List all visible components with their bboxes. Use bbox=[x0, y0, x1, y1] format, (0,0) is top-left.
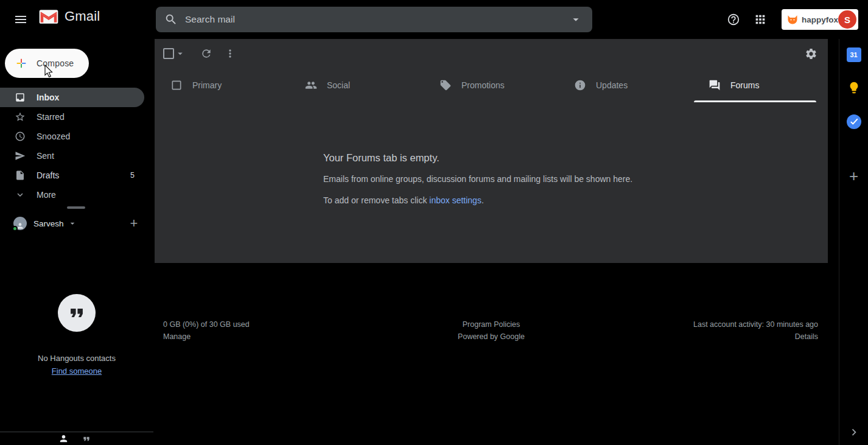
empty-state-settings-line: To add or remove tabs click inbox settin… bbox=[323, 195, 828, 205]
tab-label: Promotions bbox=[461, 80, 505, 90]
account-avatar[interactable]: S bbox=[838, 10, 856, 29]
sidebar-item-more[interactable]: More bbox=[0, 185, 144, 205]
gmail-window: Gmail happyfox bbox=[0, 0, 868, 445]
last-activity-text: Last account activity: 30 minutes ago bbox=[693, 318, 818, 331]
gmail-envelope-icon bbox=[39, 9, 58, 24]
tasks-icon[interactable] bbox=[847, 114, 861, 129]
primary-tab-icon bbox=[170, 79, 183, 91]
hangouts-empty-text: No Hangouts contacts bbox=[0, 354, 153, 363]
profile-chevron-icon[interactable] bbox=[68, 219, 77, 228]
main-content: Primary Social Promotions bbox=[153, 39, 839, 445]
help-icon bbox=[727, 13, 740, 26]
sidebar-item-starred[interactable]: Starred bbox=[0, 107, 144, 127]
inbox-icon bbox=[14, 91, 26, 103]
inbox-tabs: Primary Social Promotions bbox=[155, 68, 828, 102]
plus-icon: + bbox=[130, 215, 138, 231]
settings-button[interactable] bbox=[799, 41, 823, 66]
calendar-icon[interactable]: 31 bbox=[847, 47, 861, 62]
sidebar-item-label: Sent bbox=[37, 151, 54, 161]
forums-empty-state: Your Forums tab is empty. Emails from on… bbox=[155, 102, 828, 205]
activity-details-link[interactable]: Details bbox=[795, 331, 818, 343]
sidebar-item-snoozed[interactable]: Snoozed bbox=[0, 127, 144, 146]
apps-grid-icon bbox=[754, 13, 767, 26]
refresh-icon bbox=[200, 47, 212, 60]
sidebar-item-label: More bbox=[37, 190, 56, 200]
help-button[interactable] bbox=[719, 5, 748, 34]
tab-label: Primary bbox=[192, 80, 222, 90]
clock-icon bbox=[14, 130, 26, 142]
settings-line-suffix: . bbox=[481, 195, 484, 205]
list-toolbar bbox=[155, 39, 828, 68]
hangouts-avatar[interactable] bbox=[13, 217, 27, 230]
hamburger-icon bbox=[13, 12, 28, 27]
google-apps-button[interactable] bbox=[746, 5, 775, 34]
tab-label: Forums bbox=[730, 80, 759, 90]
header-bar: Gmail happyfox bbox=[0, 0, 868, 39]
tab-label: Social bbox=[327, 80, 350, 90]
new-conversation-button[interactable]: + bbox=[125, 215, 142, 232]
sidebar-item-label: Inbox bbox=[37, 93, 59, 102]
hangouts-quote-icon bbox=[58, 294, 96, 332]
sidebar-resize-handle[interactable] bbox=[67, 206, 85, 209]
search-options-chevron-icon[interactable] bbox=[569, 13, 583, 26]
info-icon bbox=[574, 79, 586, 91]
sidebar-nav: Inbox Starred Snoozed Sent bbox=[0, 88, 153, 205]
inbox-list-panel: Primary Social Promotions bbox=[155, 39, 828, 263]
tab-social[interactable]: Social bbox=[289, 68, 424, 102]
sidebar-item-drafts[interactable]: Drafts 5 bbox=[0, 166, 144, 185]
expand-panel-chevron-icon[interactable] bbox=[847, 426, 861, 439]
right-side-panel: 31 + bbox=[839, 39, 868, 445]
sidebar-item-label: Snoozed bbox=[37, 131, 70, 141]
hangouts-profile-row: Sarvesh + bbox=[0, 213, 153, 234]
empty-state-description: Emails from online groups, discussion fo… bbox=[323, 174, 828, 184]
compose-label: Compose bbox=[37, 58, 74, 68]
drafts-count-badge: 5 bbox=[130, 171, 144, 180]
sidebar-item-sent[interactable]: Sent bbox=[0, 146, 144, 166]
star-icon bbox=[14, 111, 26, 123]
settings-line-prefix: To add or remove tabs click bbox=[323, 195, 429, 205]
presence-indicator bbox=[12, 226, 18, 231]
app-title: Gmail bbox=[65, 9, 100, 24]
search-bar[interactable] bbox=[156, 7, 592, 32]
gear-icon bbox=[805, 47, 817, 60]
draft-icon bbox=[14, 169, 26, 181]
plus-icon: + bbox=[849, 167, 858, 185]
send-icon bbox=[14, 150, 26, 162]
more-vert-icon bbox=[224, 47, 236, 60]
tab-label: Updates bbox=[596, 80, 628, 90]
sidebar-item-label: Drafts bbox=[37, 170, 59, 180]
left-sidebar: Compose Inbox Starred Snoozed bbox=[0, 39, 153, 445]
more-options-button[interactable] bbox=[218, 41, 242, 66]
keep-icon[interactable] bbox=[847, 81, 861, 94]
forum-icon bbox=[709, 79, 721, 91]
tag-icon bbox=[439, 79, 452, 91]
select-checkbox[interactable] bbox=[163, 48, 174, 59]
contacts-person-icon[interactable] bbox=[58, 433, 69, 444]
sidebar-item-inbox[interactable]: Inbox bbox=[0, 88, 144, 107]
search-input[interactable] bbox=[185, 14, 569, 25]
find-someone-link[interactable]: Find someone bbox=[52, 366, 102, 376]
tab-primary[interactable]: Primary bbox=[155, 68, 289, 102]
compose-plus-icon bbox=[15, 57, 28, 70]
select-chevron-icon[interactable] bbox=[175, 48, 186, 59]
empty-state-title: Your Forums tab is empty. bbox=[323, 152, 828, 164]
tab-forums[interactable]: Forums bbox=[693, 68, 827, 102]
hangouts-conversations-icon[interactable] bbox=[82, 434, 91, 444]
calendar-date-label: 31 bbox=[850, 51, 857, 58]
select-all-control[interactable] bbox=[163, 45, 186, 62]
happyfox-label: happyfox bbox=[802, 15, 838, 24]
tab-updates[interactable]: Updates bbox=[558, 68, 693, 102]
gmail-logo[interactable]: Gmail bbox=[39, 9, 100, 24]
hangouts-profile-name[interactable]: Sarvesh bbox=[33, 219, 64, 228]
tab-promotions[interactable]: Promotions bbox=[424, 68, 558, 102]
search-icon[interactable] bbox=[164, 13, 178, 26]
compose-button[interactable]: Compose bbox=[5, 49, 89, 78]
inbox-settings-link[interactable]: inbox settings bbox=[429, 195, 481, 205]
sidebar-bottom-bar bbox=[0, 432, 153, 445]
add-addon-button[interactable]: + bbox=[849, 168, 858, 184]
sidebar-item-label: Starred bbox=[37, 112, 65, 122]
program-policies-link[interactable]: Program Policies bbox=[463, 318, 520, 331]
account-activity-info: Last account activity: 30 minutes ago De… bbox=[693, 318, 818, 343]
hamburger-menu-button[interactable] bbox=[6, 5, 35, 34]
refresh-button[interactable] bbox=[194, 41, 219, 66]
